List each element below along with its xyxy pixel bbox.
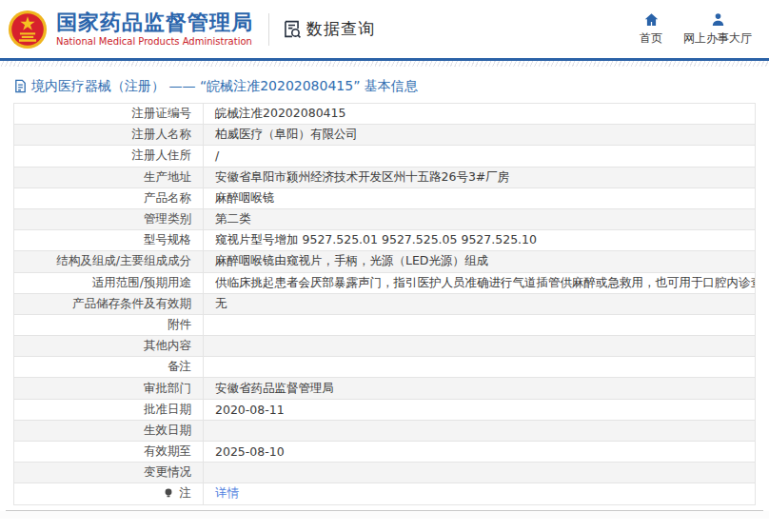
detail-link[interactable]: 详情 bbox=[215, 485, 239, 500]
table-row: 附件 bbox=[14, 314, 756, 335]
field-label: 适用范围/预期用途 bbox=[92, 275, 191, 289]
field-value: 安徽省药品监督管理局 bbox=[215, 381, 334, 395]
home-icon bbox=[643, 11, 660, 28]
field-label: 其他内容 bbox=[144, 338, 191, 352]
table-row: 注册人住所 / bbox=[14, 146, 756, 167]
header-nav: 首页 网上办事大厅 bbox=[638, 10, 754, 49]
nav-home-label: 首页 bbox=[640, 30, 662, 47]
table-row: 型号规格 窥视片型号增加 9527.525.01 9527.525.05 952… bbox=[14, 230, 756, 251]
table-row: 生效日期 bbox=[14, 420, 756, 441]
field-label: 管理类别 bbox=[144, 211, 191, 226]
field-label: 产品名称 bbox=[144, 190, 191, 205]
table-body: 注册证编号 皖械注准20202080415 注册人名称 柏威医疗（阜阳）有限公司 bbox=[14, 104, 756, 505]
table-row: 注 详情 bbox=[14, 483, 756, 504]
field-value: 2025-08-10 bbox=[215, 444, 285, 459]
field-value: 窥视片型号增加 9527.525.01 9527.525.05 9527.525… bbox=[215, 232, 537, 246]
breadcrumb: 境内医疗器械（注册） —— “皖械注准20202080415” 基本信息 bbox=[13, 77, 769, 95]
document-icon bbox=[13, 79, 28, 93]
field-value: 柏威医疗（阜阳）有限公司 bbox=[215, 127, 358, 141]
field-value: 2020-08-11 bbox=[215, 403, 285, 417]
table-row: 备注 bbox=[14, 357, 756, 378]
bulb-icon bbox=[163, 487, 174, 502]
table-row: 有效期至 2025-08-10 bbox=[14, 442, 756, 463]
field-label: 附件 bbox=[168, 317, 191, 331]
nav-service-hall-label: 网上办事大厅 bbox=[683, 30, 752, 47]
field-label: 产品储存条件及有效期 bbox=[72, 296, 191, 310]
section-title: 数据查询 bbox=[306, 18, 375, 40]
field-value: 安徽省阜阳市颍州经济技术开发区州十五路26号3#厂房 bbox=[215, 169, 509, 184]
table-row: 生产地址 安徽省阜阳市颍州经济技术开发区州十五路26号3#厂房 bbox=[14, 167, 756, 187]
table-row: 适用范围/预期用途 供临床挑起患者会厌部暴露声门，指引医护人员准确进行气道插管供… bbox=[14, 272, 756, 293]
field-label: 变更情况 bbox=[144, 464, 191, 479]
org-name-block: 国家药品监督管理局 National Medical Products Admi… bbox=[56, 11, 253, 47]
table-row: 注册人名称 柏威医疗（阜阳）有限公司 bbox=[14, 125, 756, 146]
field-label: 审批部门 bbox=[144, 381, 191, 395]
field-label: 备注 bbox=[168, 359, 191, 373]
field-value: 麻醉咽喉镜 bbox=[215, 190, 275, 205]
field-value: 皖械注准20202080415 bbox=[215, 106, 345, 120]
field-label: 注册人名称 bbox=[132, 127, 192, 141]
table-row: 其他内容 bbox=[14, 336, 756, 357]
hatch-strip bbox=[0, 61, 769, 67]
data-query-section: 数据查询 bbox=[282, 18, 375, 40]
footer-area bbox=[0, 511, 769, 519]
org-name-en: National Medical Products Administration bbox=[56, 36, 253, 47]
field-label: 生产地址 bbox=[144, 169, 191, 184]
nav-home[interactable]: 首页 bbox=[638, 10, 664, 49]
page-header: 国家药品监督管理局 National Medical Products Admi… bbox=[0, 0, 769, 58]
field-label: 注 bbox=[180, 485, 192, 500]
table-row: 审批部门 安徽省药品监督管理局 bbox=[14, 378, 756, 399]
page-title: 境内医疗器械（注册） —— “皖械注准20202080415” 基本信息 bbox=[31, 78, 418, 95]
field-label: 生效日期 bbox=[144, 423, 191, 437]
field-label: 结构及组成/主要组成成分 bbox=[56, 253, 191, 267]
national-emblem-icon bbox=[8, 10, 48, 49]
table-row: 变更情况 bbox=[14, 463, 756, 483]
field-value: 麻醉咽喉镜由窥视片，手柄，光源（LED光源）组成 bbox=[215, 253, 488, 267]
document-search-icon bbox=[282, 19, 302, 39]
table-row: 管理类别 第二类 bbox=[14, 208, 756, 229]
person-icon bbox=[710, 11, 726, 28]
nav-service-hall[interactable]: 网上办事大厅 bbox=[681, 10, 754, 49]
table-row: 产品名称 麻醉咽喉镜 bbox=[14, 187, 756, 208]
field-label: 有效期至 bbox=[144, 443, 191, 458]
field-value: / bbox=[215, 148, 219, 163]
header-divider bbox=[268, 13, 269, 46]
org-name-zh: 国家药品监督管理局 bbox=[56, 11, 253, 34]
table-row: 产品储存条件及有效期 无 bbox=[14, 293, 756, 314]
table-row: 结构及组成/主要组成成分 麻醉咽喉镜由窥视片，手柄，光源（LED光源）组成 bbox=[14, 251, 756, 272]
field-value: 无 bbox=[215, 296, 227, 310]
field-label: 注册人住所 bbox=[132, 148, 192, 162]
table-row: 批准日期 2020-08-11 bbox=[14, 399, 756, 420]
field-label: 批准日期 bbox=[144, 402, 191, 416]
table-row: 注册证编号 皖械注准20202080415 bbox=[14, 104, 756, 125]
field-label: 注册证编号 bbox=[132, 106, 192, 120]
field-value: 第二类 bbox=[215, 211, 251, 226]
field-value: 供临床挑起患者会厌部暴露声门，指引医护人员准确进行气道插管供麻醉或急救用，也可用… bbox=[215, 275, 756, 289]
registration-info-table: 注册证编号 皖械注准20202080415 注册人名称 柏威医疗（阜阳）有限公司 bbox=[13, 103, 756, 505]
field-label: 型号规格 bbox=[144, 232, 191, 246]
